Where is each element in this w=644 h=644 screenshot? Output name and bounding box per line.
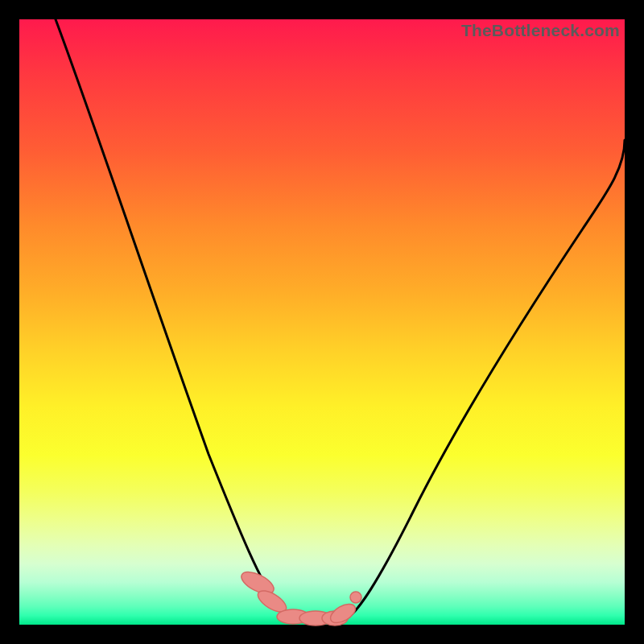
left-curve (56, 19, 301, 620)
chart-svg (19, 19, 625, 625)
optimal-band-markers (238, 568, 361, 626)
right-curve (345, 140, 625, 619)
svg-point-6 (350, 592, 361, 603)
frame: TheBottleneck.com (0, 0, 644, 644)
